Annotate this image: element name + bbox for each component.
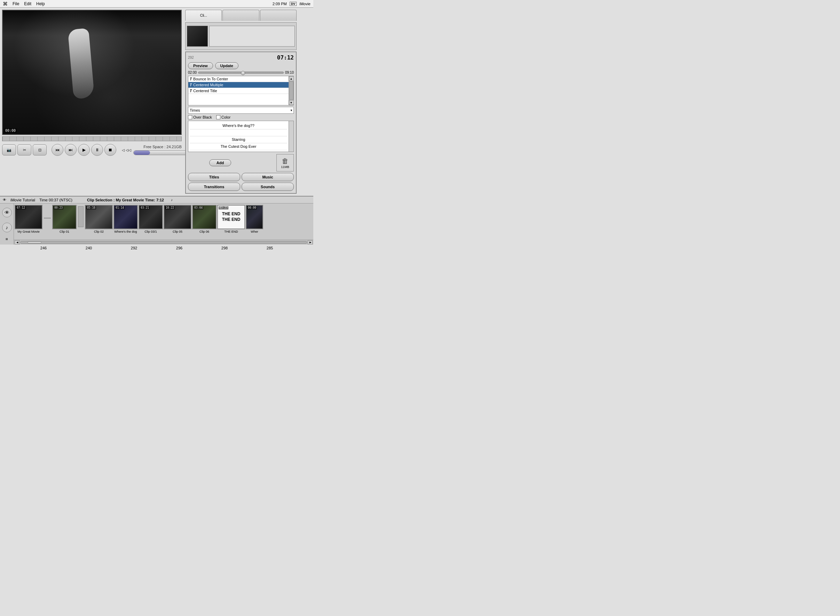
title-item-centered-multiple[interactable]: T Centered Multiple <box>188 82 293 88</box>
clip-frame-1: 07:12 <box>15 205 43 229</box>
eye-icon-btn[interactable]: 👁 <box>2 208 12 217</box>
h-scroll-track[interactable] <box>20 241 307 244</box>
shelf-scrollbar[interactable]: ◀ ▶ <box>14 240 313 245</box>
music-icon-btn[interactable]: ♪ <box>2 223 12 232</box>
update-btn[interactable]: Update <box>215 62 238 69</box>
t-icon-2: T <box>190 83 192 87</box>
progress-fill <box>134 151 150 155</box>
transitions-btn[interactable]: Transitions <box>188 183 240 191</box>
text-line-2[interactable] <box>190 129 287 136</box>
clip-frame-2: 00:23 <box>52 205 76 229</box>
disk-indicator: 🗑 11MB <box>277 154 294 172</box>
clip-item-06[interactable]: 03:04 Clip 06 <box>192 205 216 238</box>
shelf-header: 👁 iMovie Tutorial Time 00:37 (NTSC) Clip… <box>0 197 313 204</box>
stop-btn[interactable]: ⏹ <box>104 144 116 156</box>
preview-update-row: Preview Update <box>188 62 294 69</box>
pause-btn[interactable]: ⏸ <box>91 144 103 156</box>
add-row: Add 🗑 11MB <box>188 154 294 172</box>
fast-forward-btn[interactable]: ⏭ <box>65 144 76 156</box>
duration-slider[interactable] <box>198 72 284 74</box>
rewind-btn[interactable]: ⏮ <box>51 144 63 156</box>
connector-line <box>44 218 51 219</box>
scroll-down-arrow[interactable]: ▼ <box>289 100 294 105</box>
preview-btn[interactable]: Preview <box>188 62 213 69</box>
title-item-bounce[interactable]: T Bounce In To Center <box>188 76 293 82</box>
title-list[interactable]: T Bounce In To Center T Centered Multipl… <box>188 76 294 106</box>
title-item-centered-title[interactable]: T Centered Title <box>188 88 293 94</box>
scroll-thumb[interactable] <box>289 81 293 100</box>
clip-item-031[interactable]: 03:21 Clip 03/1 <box>138 205 163 238</box>
clip-tab-3[interactable] <box>260 10 297 21</box>
scissors-btn[interactable]: ✂ <box>18 144 31 155</box>
ann-296: 296 <box>176 246 182 250</box>
font-select-wrapper[interactable]: Times Helvetica Arial <box>188 107 294 114</box>
clip-item-my-great-movie[interactable]: 07:12 My Great Movie <box>15 205 43 238</box>
progress-bar <box>133 150 189 155</box>
apple-menu[interactable]: ⌘ <box>3 1 8 7</box>
video-timecode: 00:00 <box>4 128 17 133</box>
help-menu[interactable]: Help <box>36 1 45 6</box>
clip-label-8: THE END <box>224 230 238 233</box>
titles-btn[interactable]: Titles <box>188 173 240 181</box>
trash-icon: 🗑 <box>282 157 288 165</box>
camera-btn[interactable]: 📷 <box>2 144 16 155</box>
slider-end-time: 09:10 <box>285 70 294 75</box>
clip-thumb-area <box>185 22 297 50</box>
slider-thumb[interactable] <box>241 71 245 75</box>
clip-tc-6: 10:22 <box>165 206 175 210</box>
clips-area: 👁 ♪ ⊞ 07:12 My Great Movie <box>0 204 313 245</box>
slider-row[interactable]: 02:00 09:10 <box>188 70 294 75</box>
clip-item-02[interactable]: 05:16 Clip 02 <box>85 205 113 238</box>
h-scroll-right-btn[interactable]: ▶ <box>308 241 313 245</box>
clip-label-1: My Great Movie <box>18 230 40 233</box>
clip-tab-1[interactable]: Cli... <box>185 10 222 21</box>
text-line-starring[interactable]: Starring <box>190 136 287 143</box>
h-scroll-thumb[interactable] <box>28 241 41 243</box>
clip-tc-2: 00:23 <box>54 206 63 210</box>
h-scroll-left-btn[interactable]: ◀ <box>15 241 19 245</box>
clip-tab-2[interactable] <box>222 10 259 21</box>
over-black-checkbox[interactable] <box>188 115 192 119</box>
over-black-checkbox-item[interactable]: Over Black <box>188 115 212 119</box>
color-checkbox-item[interactable]: Color <box>216 115 231 119</box>
edit-menu[interactable]: Edit <box>24 1 31 6</box>
text-scrollbar[interactable] <box>288 121 293 152</box>
title-list-scrollbar[interactable]: ▲ ▼ <box>288 76 293 105</box>
crop-btn[interactable]: ⊡ <box>33 144 47 155</box>
font-select[interactable]: Times Helvetica Arial <box>188 107 294 114</box>
clips-scroll-container: 07:12 My Great Movie 00:23 <box>14 204 313 245</box>
file-menu[interactable]: File <box>13 1 19 6</box>
clip-label-3: Clip 02 <box>94 230 104 233</box>
clip-item-01[interactable]: 00:23 Clip 01 <box>52 205 76 238</box>
text-line-subtitle[interactable]: The Cutest Dog Ever <box>190 143 287 150</box>
grid-icon-btn[interactable]: ⊞ <box>6 238 8 241</box>
ref-292: 292 <box>188 56 194 60</box>
app-title: iMovie <box>299 2 310 6</box>
clip-frame-3: 05:16 <box>85 205 113 229</box>
clip-label-2: Clip 01 <box>60 230 69 233</box>
timeline-ticks <box>3 137 181 141</box>
clip-frame-7: 03:04 <box>192 205 216 229</box>
title-item-label-1: Bounce In To Center <box>193 77 228 81</box>
over-black-label: Over Black <box>193 115 212 119</box>
color-checkbox[interactable] <box>216 115 221 119</box>
timeline-bar[interactable] <box>2 136 182 141</box>
clip-item-the-end[interactable]: 03:23 THE ENDTHE END THE END <box>217 205 245 238</box>
text-input-area[interactable]: Where's the dog?? Starring The Cutest Do… <box>188 121 294 152</box>
t-icon-3: T <box>190 89 192 93</box>
disk-size-label: 11MB <box>281 165 289 169</box>
text-line-1[interactable]: Where's the dog?? <box>190 122 287 129</box>
add-btn[interactable]: Add <box>209 159 231 166</box>
clip-shelf: 👁 iMovie Tutorial Time 00:37 (NTSC) Clip… <box>0 196 313 245</box>
music-btn[interactable]: Music <box>241 173 294 181</box>
clips-scroll: 07:12 My Great Movie 00:23 <box>14 204 313 240</box>
scroll-up-arrow[interactable]: ▲ <box>289 76 294 81</box>
nav-buttons: Titles Music Transitions Sounds <box>188 173 294 191</box>
clip-item-dog[interactable]: 01:14 Where's the dog <box>113 205 138 238</box>
play-btn[interactable]: ▶ <box>78 144 90 156</box>
clip-item-last[interactable]: 00:00 Wher <box>246 205 263 238</box>
sounds-btn[interactable]: Sounds <box>241 183 294 191</box>
clip-tabs: Cli... <box>185 10 297 21</box>
clip-tc-4: 01:14 <box>115 206 125 210</box>
clip-item-05[interactable]: 10:22 Clip 05 <box>163 205 191 238</box>
